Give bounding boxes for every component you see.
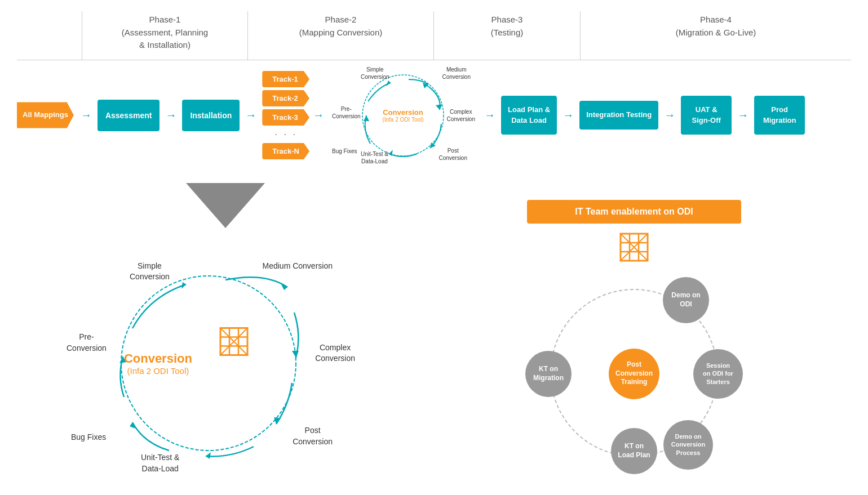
svg-marker-11 — [206, 452, 211, 459]
bottom-section: SimpleConversion Medium Conversion Compl… — [17, 183, 851, 493]
small-cycle-diagram: SimpleConversion MediumConversion Comple… — [330, 65, 476, 166]
bc-complex: ComplexConversion — [315, 342, 355, 364]
bottom-right: IT Team enablement on ODI — [400, 183, 851, 475]
svg-marker-14 — [181, 282, 186, 289]
assessment-box: Assessment — [98, 100, 160, 131]
installation-box: Installation — [182, 100, 240, 131]
it-grid-icon — [619, 233, 649, 264]
sc-complex: ComplexConversion — [446, 108, 475, 123]
prod-migration-box: Prod Migration — [754, 96, 805, 134]
circle-demo-conversion: Demo on Conversion Process — [663, 420, 713, 470]
circle-kt-migration: KT on Migration — [525, 351, 572, 397]
load-plan-box: Load Plan & Data Load — [501, 96, 557, 134]
bc-bugfixes: Bug Fixes — [71, 432, 106, 443]
bc-medium: Medium Conversion — [263, 261, 333, 272]
arrow-1: → — [81, 109, 92, 122]
svg-marker-4 — [364, 115, 369, 121]
phase2-header: Phase-2 (Mapping Conversion) — [248, 11, 434, 60]
sc-medium: MediumConversion — [442, 66, 471, 81]
integration-testing-box: Integration Testing — [579, 101, 658, 129]
phase3-header: Phase-3 (Testing) — [434, 11, 581, 60]
track-2: Track-2 — [262, 90, 309, 106]
uat-box: UAT & Sign-Off — [681, 96, 732, 134]
grid-icon-svg — [219, 327, 249, 356]
circle-demo-odi: Demo on ODI — [663, 277, 709, 323]
track-1: Track-1 — [262, 71, 309, 87]
tracks-container: Track-1 Track-2 Track-3 · · · Track-N — [262, 71, 309, 159]
bc-center: Conversion (Infa 2 ODI Tool) — [124, 351, 192, 375]
diagram-container: Phase-1 (Assessment, Planning & Installa… — [0, 0, 868, 495]
arrow-7: → — [664, 109, 675, 122]
enablement-circles: Post Conversion Training Demo on ODI Ses… — [530, 273, 738, 475]
circle-center: Post Conversion Training — [609, 349, 659, 399]
phase4-header: Phase-4 (Migration & Go-Live) — [581, 11, 851, 60]
big-cycle-diagram: SimpleConversion Medium Conversion Compl… — [51, 234, 366, 493]
svg-marker-8 — [281, 283, 287, 290]
all-mappings-box: All Mappings — [17, 102, 74, 128]
svg-marker-1 — [436, 104, 442, 110]
it-grid-svg — [619, 233, 649, 262]
track-3: Track-3 — [262, 109, 309, 126]
tracks-ellipsis: · · · — [262, 128, 309, 140]
sc-pre: Pre-Conversion — [332, 105, 361, 120]
bc-post: PostConversion — [293, 425, 333, 447]
triangle-indicator — [186, 183, 265, 228]
bc-grid-icon — [219, 327, 249, 358]
sc-simple: SimpleConversion — [361, 66, 389, 81]
svg-marker-9 — [292, 351, 299, 358]
arrow-3: → — [245, 109, 256, 122]
sc-post: PostConversion — [439, 147, 467, 162]
bc-pre: Pre-Conversion — [67, 332, 107, 354]
bc-simple: SimpleConversion — [130, 261, 170, 283]
arrow-2: → — [165, 109, 176, 122]
circle-kt-loadplan: KT on Load Plan — [611, 428, 657, 474]
bottom-left: SimpleConversion Medium Conversion Compl… — [17, 183, 400, 493]
arrow-6: → — [563, 109, 574, 122]
sc-center: Conversion (Infa 2 ODI Tool) — [382, 108, 423, 123]
sc-unittest: Unit-Test &Data-Load — [361, 150, 388, 165]
arrow-8: → — [737, 109, 749, 122]
arrow-5: → — [484, 109, 495, 122]
sc-bugfixes: Bug Fixes — [332, 148, 357, 155]
it-team-banner: IT Team enablement on ODI — [527, 200, 741, 224]
bc-unittest: Unit-Test &Data-Load — [141, 452, 179, 474]
phase1-header: Phase-1 (Assessment, Planning & Installa… — [82, 11, 248, 60]
circle-session-odi: Session on ODI for Starters — [693, 349, 743, 399]
track-n: Track-N — [262, 143, 309, 159]
arrow-4: → — [313, 109, 324, 122]
